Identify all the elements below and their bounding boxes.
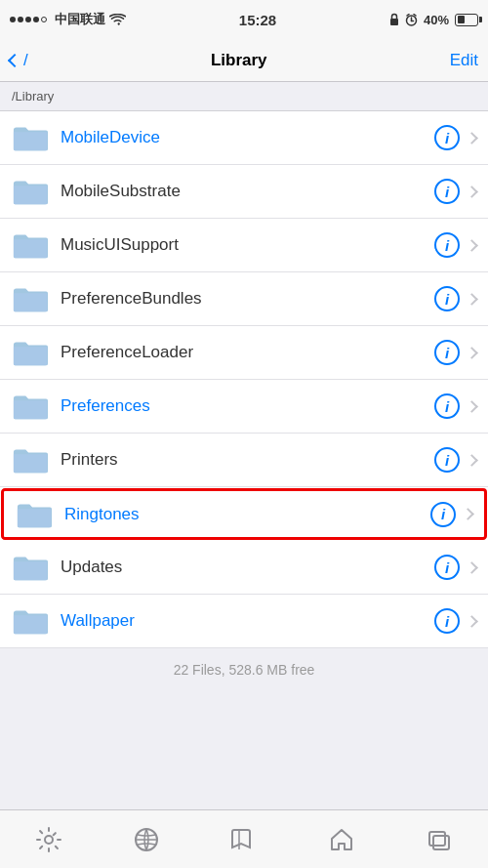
layers-icon [426, 826, 453, 853]
chevron-right-icon [462, 508, 474, 520]
folder-icon [12, 605, 49, 637]
page-title: Library [211, 51, 267, 70]
globe-icon [133, 826, 160, 853]
chevron-right-icon [466, 132, 478, 145]
chevron-right-icon [466, 347, 478, 359]
back-label: / [23, 51, 28, 70]
status-time: 15:28 [239, 12, 276, 28]
status-bar: 中国联通 15:28 40% [0, 0, 488, 39]
wifi-icon [109, 14, 126, 26]
file-list: MobileDevice i MobileSubstrate i MusicUI… [0, 111, 488, 648]
status-left: 中国联通 [10, 11, 126, 28]
back-chevron-icon [8, 53, 21, 66]
info-button[interactable]: i [434, 125, 460, 150]
edit-button[interactable]: Edit [450, 51, 478, 70]
folder-icon [12, 283, 49, 314]
folder-icon [12, 122, 49, 153]
folder-icon [12, 176, 49, 207]
files-info-label: 22 Files, 528.6 MB free [174, 662, 315, 678]
list-item[interactable]: MusicUISupport i [0, 219, 488, 272]
folder-icon [16, 499, 53, 530]
home-tab[interactable] [293, 826, 390, 853]
item-name: Preferences [61, 396, 434, 416]
chevron-right-icon [466, 400, 478, 413]
info-button[interactable]: i [434, 447, 460, 473]
chevron-right-icon [466, 186, 478, 198]
svg-point-6 [45, 836, 53, 844]
browser-tab[interactable] [98, 826, 195, 853]
folder-icon [12, 337, 49, 368]
list-item[interactable]: PreferenceBundles i [0, 272, 488, 326]
folder-icon [12, 229, 49, 261]
path-label: /Library [12, 89, 54, 103]
footer-info: 22 Files, 528.6 MB free [0, 648, 488, 691]
nav-bar: / Library Edit [0, 39, 488, 82]
item-name: MobileDevice [61, 128, 434, 147]
chevron-right-icon [466, 615, 478, 628]
list-item[interactable]: Updates i [0, 541, 488, 595]
tabs-tab[interactable] [390, 826, 488, 853]
folder-icon [12, 444, 49, 475]
list-item[interactable]: Preferences i [0, 380, 488, 434]
folder-icon [12, 552, 49, 583]
list-item[interactable]: Printers i [0, 434, 488, 487]
info-button[interactable]: i [434, 555, 460, 580]
tab-bar [0, 809, 488, 868]
path-bar: /Library [0, 82, 488, 111]
list-item[interactable]: MobileSubstrate i [0, 165, 488, 219]
chevron-right-icon [466, 561, 478, 574]
battery-percent: 40% [424, 13, 449, 27]
book-icon [230, 826, 258, 853]
status-right: 40% [389, 13, 478, 27]
chevron-right-icon [466, 454, 478, 467]
info-button[interactable]: i [434, 286, 460, 311]
info-button[interactable]: i [434, 179, 460, 204]
info-button[interactable]: i [434, 393, 460, 419]
list-item[interactable]: Wallpaper i [0, 595, 488, 648]
item-name: MobileSubstrate [61, 182, 434, 201]
info-button[interactable]: i [430, 502, 456, 527]
house-icon [328, 826, 355, 853]
info-button[interactable]: i [434, 608, 460, 634]
item-name: Wallpaper [61, 611, 434, 631]
item-name: Printers [61, 450, 434, 470]
chevron-right-icon [466, 293, 478, 306]
carrier-label: 中国联通 [55, 11, 105, 28]
svg-line-4 [407, 14, 409, 16]
item-name: Updates [61, 558, 434, 577]
signal-dots [10, 17, 47, 22]
svg-line-5 [414, 14, 416, 16]
bookmarks-tab[interactable] [195, 826, 293, 853]
info-button[interactable]: i [434, 232, 460, 258]
svg-rect-9 [429, 832, 445, 846]
item-name: Ringtones [64, 505, 430, 524]
lock-icon [389, 13, 399, 26]
item-name: PreferenceLoader [61, 343, 434, 362]
list-item[interactable]: Ringtones i [1, 488, 487, 540]
back-button[interactable]: / [10, 51, 28, 70]
battery-icon [455, 14, 478, 26]
folder-icon [12, 391, 49, 422]
info-button[interactable]: i [434, 340, 460, 365]
settings-tab[interactable] [0, 826, 98, 853]
alarm-icon [405, 14, 418, 26]
svg-rect-0 [390, 19, 398, 25]
list-item[interactable]: MobileDevice i [0, 111, 488, 165]
item-name: PreferenceBundles [61, 289, 434, 309]
svg-rect-10 [433, 836, 449, 849]
item-name: MusicUISupport [61, 235, 434, 255]
gear-icon [35, 826, 62, 853]
list-item[interactable]: PreferenceLoader i [0, 326, 488, 380]
chevron-right-icon [466, 239, 478, 252]
